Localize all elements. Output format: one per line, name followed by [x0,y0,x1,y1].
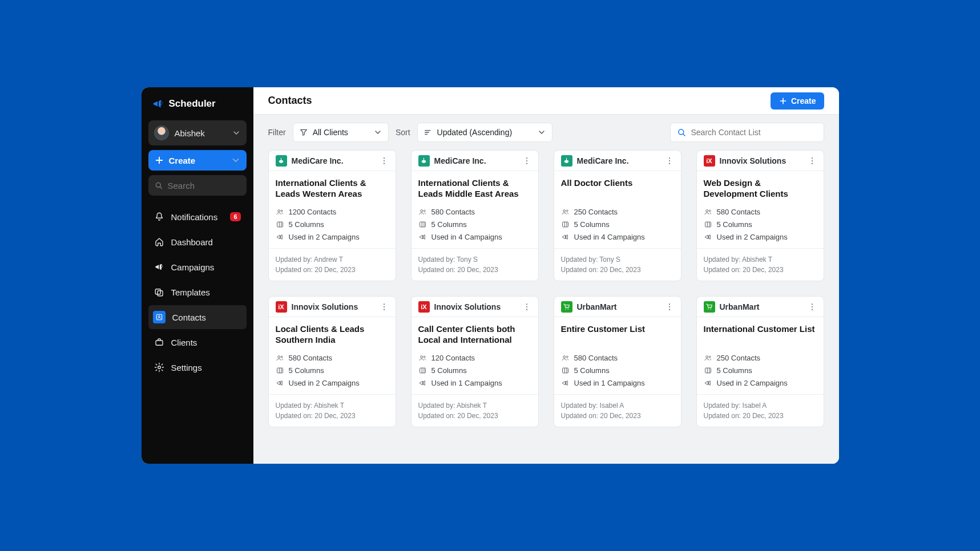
contact-card[interactable]: MediCare Inc. International Clients & Le… [411,150,539,281]
more-icon [380,302,389,311]
people-icon [418,208,427,216]
sidebar-nav: Notifications6DashboardCampaignsTemplate… [148,205,247,379]
contact-list-title: International Customer List [704,324,817,347]
plus-icon [154,155,164,165]
contact-card[interactable]: MediCare Inc. International Clients & Le… [268,150,396,281]
client-name: Innovix Solutions [292,302,375,311]
home-icon [154,237,164,247]
contacts-icon [153,311,166,323]
user-menu[interactable]: Abishek [148,120,247,145]
client-badge-icon [704,301,715,313]
megaphone-icon [561,233,570,241]
meta-campaigns: Used in 4 Campaigns [561,233,674,241]
contact-card[interactable]: iX Innovix Solutions Web Design & Develo… [696,150,824,281]
updated-by: Updated by: Abishek T [276,400,389,411]
contact-list-title: Local Clients & Leads Southern India [276,324,389,347]
chevron-down-icon [537,128,546,137]
megaphone-icon [418,379,427,387]
card-body: International Clients & Leads Western Ar… [269,171,396,249]
create-label: Create [791,96,816,106]
more-icon [522,302,531,311]
card-footer: Updated by: Abishek T Updated on: 20 Dec… [697,249,824,281]
client-badge-icon [561,301,572,313]
plus-icon [779,96,788,106]
client-badge-icon: iX [704,155,715,167]
columns-icon [418,220,427,229]
people-icon [276,354,284,362]
updated-on: Updated on: 20 Dec, 2023 [418,411,531,421]
updated-on: Updated on: 20 Dec, 2023 [276,265,389,275]
client-name: UrbanMart [577,302,660,311]
meta-columns: 5 Columns [418,220,531,229]
sidebar-item-label: Templates [171,287,241,297]
sort-dropdown[interactable]: Updated (Ascending) [417,123,553,142]
card-more-button[interactable] [522,156,531,165]
sidebar-item-label: Campaigns [171,262,241,272]
sidebar-item-dashboard[interactable]: Dashboard [148,230,247,254]
columns-icon [276,366,284,375]
meta-columns: 5 Columns [704,220,817,229]
card-footer: Updated by: Abishek T Updated on: 20 Dec… [269,395,396,427]
contact-card[interactable]: UrbanMart International Customer List 25… [696,296,824,427]
card-footer: Updated by: Andrew T Updated on: 20 Dec,… [269,249,396,281]
meta-contacts: 580 Contacts [276,354,389,362]
card-more-button[interactable] [665,302,674,311]
sidebar-item-templates[interactable]: Templates [148,280,247,304]
sidebar-item-contacts[interactable]: Contacts [148,305,247,329]
card-more-button[interactable] [808,156,817,165]
meta-columns: 5 Columns [561,220,674,229]
card-body: International Customer List 250 Contacts… [697,317,824,395]
search-input[interactable] [691,128,818,137]
toolbar: Filter All Clients Sort Updated (Ascendi… [268,123,824,142]
search-box[interactable] [670,123,824,142]
brand-name: Scheduler [169,98,216,110]
card-header: iX Innovix Solutions [697,151,824,171]
client-name: MediCare Inc. [434,156,518,165]
meta-campaigns: Used in 2 Campaigns [276,379,389,387]
contact-card[interactable]: iX Innovix Solutions Call Center Clients… [411,296,539,427]
client-name: UrbanMart [720,302,803,311]
contact-card[interactable]: UrbanMart Entire Customer List 580 Conta… [554,296,681,427]
filter-value: All Clients [313,128,348,137]
client-badge-icon: iX [276,301,287,313]
card-body: Web Design & Development Clients 580 Con… [697,171,824,249]
card-body: International Clients & Leads Middle Eas… [412,171,538,249]
megaphone-icon [704,379,712,387]
card-more-button[interactable] [380,156,389,165]
sidebar-item-campaigns[interactable]: Campaigns [148,255,247,279]
meta-campaigns: Used in 2 Campaigns [704,233,817,241]
people-icon [704,208,712,216]
card-more-button[interactable] [808,302,817,311]
filter-dropdown[interactable]: All Clients [293,123,389,142]
card-more-button[interactable] [522,302,531,311]
sidebar-item-settings[interactable]: Settings [148,355,247,379]
updated-on: Updated on: 20 Dec, 2023 [561,411,674,421]
card-more-button[interactable] [380,302,389,311]
updated-on: Updated on: 20 Dec, 2023 [704,265,817,275]
contact-list-title: International Clients & Leads Middle Eas… [418,178,531,201]
megaphone-icon [276,379,284,387]
sidebar-item-clients[interactable]: Clients [148,330,247,354]
create-button[interactable]: Create [771,92,824,110]
card-footer: Updated by: Tony S Updated on: 20 Dec, 2… [412,249,538,281]
client-name: Innovix Solutions [434,302,518,311]
contact-card[interactable]: MediCare Inc. All Doctor Clients 250 Con… [554,150,681,281]
card-more-button[interactable] [665,156,674,165]
contact-card[interactable]: iX Innovix Solutions Local Clients & Lea… [268,296,396,427]
sidebar-create-button[interactable]: Create [148,150,247,171]
people-icon [561,208,570,216]
templates-icon [154,287,164,297]
client-name: MediCare Inc. [577,156,660,165]
updated-by: Updated by: Abishek T [418,400,531,411]
meta-columns: 5 Columns [418,366,531,375]
more-icon [808,302,817,311]
sidebar-search[interactable]: Search [148,175,247,196]
card-header: UrbanMart [697,297,824,317]
card-header: iX Innovix Solutions [412,297,538,317]
page-title: Contacts [268,95,312,107]
updated-on: Updated on: 20 Dec, 2023 [704,411,817,421]
columns-icon [276,220,284,229]
sidebar-item-notifications[interactable]: Notifications6 [148,205,247,229]
sort-label: Sort [396,128,410,137]
meta-columns: 5 Columns [276,220,389,229]
